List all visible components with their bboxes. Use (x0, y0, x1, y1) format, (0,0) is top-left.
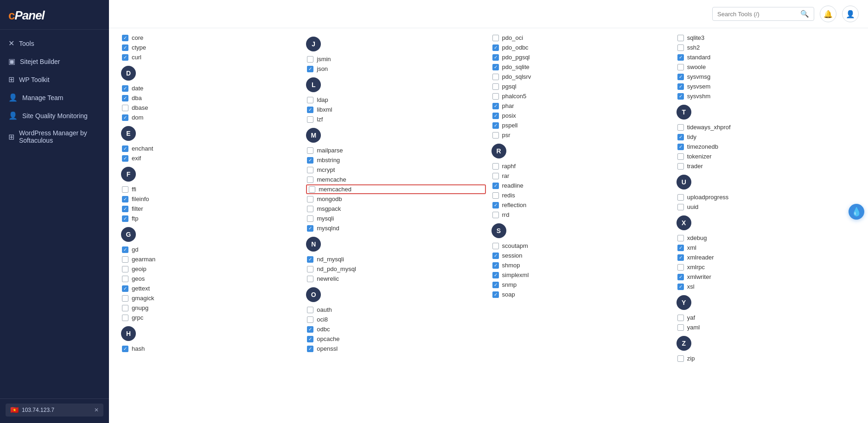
checkbox-tideways_xhprof[interactable] (677, 124, 684, 131)
sidebar-item-sitejet[interactable]: ▣ Sitejet Builder (0, 52, 109, 70)
ext-item-phar[interactable]: phar (491, 101, 671, 111)
ext-item-xml[interactable]: xml (677, 243, 856, 253)
ext-item-odbc[interactable]: odbc (306, 324, 485, 334)
search-box[interactable]: 🔍 (712, 7, 814, 21)
checkbox-exif[interactable] (122, 155, 128, 162)
checkbox-shmop[interactable] (492, 262, 499, 269)
ext-item-xmlreader[interactable]: xmlreader (677, 253, 856, 262)
ext-item-libxml[interactable]: libxml (306, 105, 485, 114)
checkbox-dbase[interactable] (122, 105, 128, 111)
ext-item-mysqlnd[interactable]: mysqlnd (306, 223, 485, 233)
checkbox-pspell[interactable] (492, 122, 499, 129)
checkbox-gettext[interactable] (122, 285, 128, 292)
checkbox-xsl[interactable] (677, 284, 684, 290)
ext-item-pspell[interactable]: pspell (491, 120, 671, 130)
ext-item-pdo_sqlsrv[interactable]: pdo_sqlsrv (491, 72, 671, 82)
ext-item-uploadprogress[interactable]: uploadprogress (677, 192, 856, 202)
ext-item-enchant[interactable]: enchant (121, 144, 300, 153)
checkbox-mcrypt[interactable] (307, 167, 313, 173)
ext-item-xsl[interactable]: xsl (677, 282, 856, 291)
checkbox-xmlrpc[interactable] (677, 264, 684, 271)
checkbox-dom[interactable] (122, 114, 128, 121)
checkbox-soap[interactable] (492, 291, 499, 298)
ext-item-exif[interactable]: exif (121, 153, 300, 163)
ext-item-tidy[interactable]: tidy (677, 132, 856, 142)
ext-item-standard[interactable]: standard (677, 52, 856, 62)
ext-item-openssl[interactable]: openssl (306, 344, 485, 354)
ext-item-nd_pdo_mysql[interactable]: nd_pdo_mysql (306, 264, 485, 274)
checkbox-nd_pdo_mysql[interactable] (307, 266, 313, 272)
ext-item-readline[interactable]: readline (491, 181, 671, 190)
checkbox-opcache[interactable] (307, 336, 313, 342)
checkbox-rrd[interactable] (492, 212, 499, 218)
checkbox-pdo_pgsql[interactable] (492, 54, 499, 61)
checkbox-tidy[interactable] (677, 134, 684, 140)
checkbox-readline[interactable] (492, 183, 499, 189)
user-button[interactable]: 👤 (842, 6, 859, 22)
ext-item-opcache[interactable]: opcache (306, 334, 485, 344)
notifications-button[interactable]: 🔔 (820, 6, 836, 22)
checkbox-json[interactable] (307, 66, 313, 72)
checkbox-rar[interactable] (492, 173, 499, 179)
checkbox-mbstring[interactable] (307, 157, 313, 164)
ext-item-xmlrpc[interactable]: xmlrpc (677, 262, 856, 272)
sidebar-item-tools[interactable]: ✕ Tools (0, 34, 109, 52)
ext-item-pdo_pgsql[interactable]: pdo_pgsql (491, 52, 671, 62)
ext-item-tideways_xhprof[interactable]: tideways_xhprof (677, 122, 856, 132)
checkbox-psr[interactable] (492, 132, 499, 139)
ext-item-oci8[interactable]: oci8 (306, 315, 485, 324)
checkbox-trader[interactable] (677, 163, 684, 170)
checkbox-timezonedb[interactable] (677, 144, 684, 150)
ext-item-gnupg[interactable]: gnupg (121, 303, 300, 313)
checkbox-msgpack[interactable] (307, 206, 313, 212)
ext-item-memcache[interactable]: memcache (306, 175, 485, 184)
ext-item-ctype[interactable]: ctype (121, 43, 300, 52)
checkbox-raphf[interactable] (492, 163, 499, 170)
ext-item-sysvshm[interactable]: sysvshm (677, 91, 856, 101)
ext-item-gd[interactable]: gd (121, 245, 300, 254)
checkbox-jsmin[interactable] (307, 56, 313, 63)
checkbox-yaf[interactable] (677, 315, 684, 321)
ext-item-jsmin[interactable]: jsmin (306, 54, 485, 64)
ext-item-timezonedb[interactable]: timezonedb (677, 142, 856, 152)
checkbox-filter[interactable] (122, 206, 128, 212)
checkbox-reflection[interactable] (492, 202, 499, 208)
ext-item-filter[interactable]: filter (121, 204, 300, 214)
ext-item-gearman[interactable]: gearman (121, 254, 300, 264)
checkbox-geoip[interactable] (122, 266, 128, 272)
ext-item-memcached[interactable]: memcached (306, 184, 485, 194)
search-button[interactable]: 🔍 (800, 10, 809, 18)
checkbox-gmagick[interactable] (122, 295, 128, 302)
search-input[interactable] (717, 11, 798, 18)
ext-item-simplexml[interactable]: simplexml (491, 270, 671, 280)
checkbox-date[interactable] (122, 85, 128, 92)
ext-item-mysqli[interactable]: mysqli (306, 214, 485, 223)
checkbox-uuid[interactable] (677, 204, 684, 210)
ext-item-snmp[interactable]: snmp (491, 280, 671, 290)
checkbox-pdo_odbc[interactable] (492, 44, 499, 51)
ext-item-rar[interactable]: rar (491, 171, 671, 181)
ext-item-posix[interactable]: posix (491, 111, 671, 120)
checkbox-pdo_oci[interactable] (492, 35, 499, 41)
ext-item-yaf[interactable]: yaf (677, 313, 856, 322)
checkbox-ctype[interactable] (122, 44, 128, 51)
checkbox-tokenizer[interactable] (677, 153, 684, 160)
ext-item-geos[interactable]: geos (121, 274, 300, 284)
checkbox-gd[interactable] (122, 246, 128, 253)
checkbox-session[interactable] (492, 253, 499, 259)
checkbox-curl[interactable] (122, 54, 128, 61)
ext-item-newrelic[interactable]: newrelic (306, 274, 485, 284)
ext-item-gettext[interactable]: gettext (121, 284, 300, 293)
ext-item-swoole[interactable]: swoole (677, 62, 856, 72)
checkbox-ldap[interactable] (307, 97, 313, 103)
ext-item-xmlwriter[interactable]: xmlwriter (677, 272, 856, 282)
ext-item-zip[interactable]: zip (677, 354, 856, 363)
ext-item-ffi[interactable]: ffi (121, 184, 300, 194)
ext-item-curl[interactable]: curl (121, 52, 300, 62)
checkbox-pdo_sqlite[interactable] (492, 64, 499, 70)
ext-item-reflection[interactable]: reflection (491, 200, 671, 210)
checkbox-scoutapm[interactable] (492, 243, 499, 249)
ext-item-ftp[interactable]: ftp (121, 214, 300, 223)
ext-item-dbase[interactable]: dbase (121, 103, 300, 113)
checkbox-core[interactable] (122, 35, 128, 41)
